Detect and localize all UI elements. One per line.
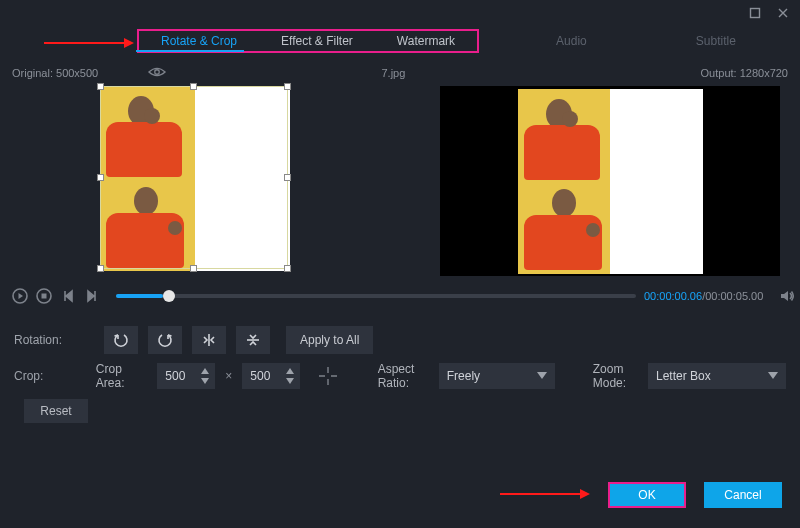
- rotation-label: Rotation:: [14, 333, 94, 347]
- volume-button[interactable]: [779, 286, 795, 306]
- seek-progress: [116, 294, 163, 298]
- aspect-ratio-value: Freely: [447, 369, 480, 383]
- time-current: 00:00:00.06: [644, 290, 702, 302]
- seek-knob[interactable]: [163, 290, 175, 302]
- crop-times-icon: ×: [225, 369, 232, 383]
- crop-width-value: 500: [165, 369, 193, 383]
- tab-effect-filter[interactable]: Effect & Filter: [259, 31, 375, 51]
- crop-selection-box[interactable]: [100, 86, 288, 269]
- timecode: 00:00:00.06/00:00:05.00: [644, 290, 763, 302]
- seek-bar[interactable]: [116, 294, 636, 298]
- tab-subtitle[interactable]: Subtitle: [674, 34, 758, 48]
- tab-watermark[interactable]: Watermark: [375, 31, 477, 51]
- crop-height-down[interactable]: [284, 376, 296, 386]
- output-preview-panel: [440, 86, 780, 276]
- crop-handle-mid-right[interactable]: [284, 174, 291, 181]
- filename-label: 7.jpg: [86, 67, 700, 79]
- svg-marker-8: [201, 378, 209, 384]
- cancel-button[interactable]: Cancel: [704, 482, 782, 508]
- apply-to-all-button[interactable]: Apply to All: [286, 326, 373, 354]
- flip-horizontal-button[interactable]: [192, 326, 226, 354]
- crop-label: Crop:: [14, 369, 86, 383]
- svg-marker-14: [580, 489, 590, 499]
- svg-marker-11: [537, 372, 547, 379]
- ok-button[interactable]: OK: [608, 482, 686, 508]
- next-frame-button[interactable]: [84, 286, 100, 306]
- crop-handle-bottom-center[interactable]: [190, 265, 197, 272]
- source-image[interactable]: [100, 86, 290, 271]
- rotate-ccw-button[interactable]: [104, 326, 138, 354]
- crop-handle-top-left[interactable]: [97, 83, 104, 90]
- crop-width-up[interactable]: [199, 366, 211, 376]
- svg-rect-6: [42, 294, 47, 299]
- aspect-ratio-label: Aspect Ratio:: [378, 362, 429, 390]
- annotation-arrow-ok: [500, 487, 590, 504]
- reset-button[interactable]: Reset: [24, 399, 88, 423]
- svg-rect-0: [751, 9, 760, 18]
- annotation-arrow-tabs: [44, 36, 134, 53]
- output-size-label: Output: 1280x720: [701, 67, 788, 79]
- source-preview-panel: [100, 86, 400, 276]
- crop-area-label: Crop Area:: [96, 362, 147, 390]
- tab-rotate-crop[interactable]: Rotate & Crop: [139, 31, 259, 51]
- rotate-cw-button[interactable]: [148, 326, 182, 354]
- svg-marker-9: [286, 368, 294, 374]
- tab-active-underline: [136, 50, 244, 52]
- svg-marker-2: [124, 38, 134, 48]
- crop-handle-top-center[interactable]: [190, 83, 197, 90]
- window-maximize-button[interactable]: [748, 6, 762, 20]
- zoom-mode-value: Letter Box: [656, 369, 711, 383]
- chevron-down-icon: [768, 372, 778, 380]
- crop-height-value: 500: [250, 369, 278, 383]
- flip-vertical-button[interactable]: [236, 326, 270, 354]
- prev-frame-button[interactable]: [60, 286, 76, 306]
- play-button[interactable]: [12, 286, 28, 306]
- svg-marker-7: [201, 368, 209, 374]
- crop-handle-bottom-right[interactable]: [284, 265, 291, 272]
- zoom-mode-select[interactable]: Letter Box: [648, 363, 786, 389]
- crop-width-down[interactable]: [199, 376, 211, 386]
- svg-marker-10: [286, 378, 294, 384]
- crop-handle-top-right[interactable]: [284, 83, 291, 90]
- aspect-ratio-select[interactable]: Freely: [439, 363, 555, 389]
- crop-handle-bottom-left[interactable]: [97, 265, 104, 272]
- window-close-button[interactable]: [776, 6, 790, 20]
- zoom-mode-label: Zoom Mode:: [593, 362, 638, 390]
- output-image: [518, 89, 703, 274]
- center-crop-button[interactable]: [316, 363, 339, 389]
- svg-marker-12: [768, 372, 778, 379]
- crop-height-up[interactable]: [284, 366, 296, 376]
- chevron-down-icon: [537, 372, 547, 380]
- tab-audio[interactable]: Audio: [534, 34, 609, 48]
- crop-height-input[interactable]: 500: [242, 363, 300, 389]
- time-total: 00:00:05.00: [705, 290, 763, 302]
- crop-width-input[interactable]: 500: [157, 363, 215, 389]
- crop-handle-mid-left[interactable]: [97, 174, 104, 181]
- stop-button[interactable]: [36, 286, 52, 306]
